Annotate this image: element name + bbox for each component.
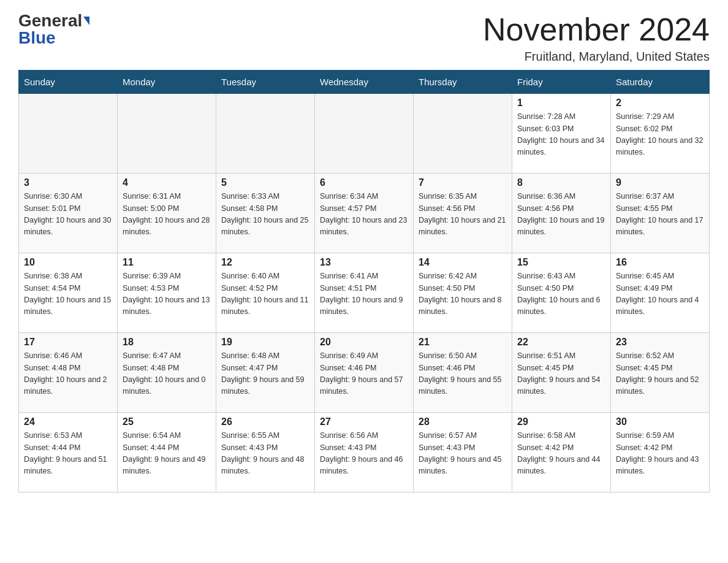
- day-info: Sunrise: 6:33 AMSunset: 4:58 PMDaylight:…: [221, 191, 309, 239]
- day-number: 11: [123, 257, 211, 268]
- calendar-cell: 10Sunrise: 6:38 AMSunset: 4:54 PMDayligh…: [19, 253, 118, 333]
- day-number: 6: [320, 177, 408, 188]
- day-number: 8: [517, 177, 605, 188]
- calendar-cell: 26Sunrise: 6:55 AMSunset: 4:43 PMDayligh…: [216, 413, 315, 492]
- day-info: Sunrise: 6:55 AMSunset: 4:43 PMDaylight:…: [221, 430, 309, 478]
- calendar-cell: 17Sunrise: 6:46 AMSunset: 4:48 PMDayligh…: [19, 333, 118, 413]
- calendar-cell: 29Sunrise: 6:58 AMSunset: 4:42 PMDayligh…: [512, 413, 611, 492]
- calendar-header-tuesday: Tuesday: [216, 71, 315, 94]
- day-info: Sunrise: 6:36 AMSunset: 4:56 PMDaylight:…: [517, 191, 605, 239]
- calendar-cell: [118, 94, 216, 174]
- day-info: Sunrise: 6:51 AMSunset: 4:45 PMDaylight:…: [517, 350, 605, 398]
- day-info: Sunrise: 6:35 AMSunset: 4:56 PMDaylight:…: [419, 191, 507, 239]
- calendar-header-thursday: Thursday: [414, 71, 512, 94]
- calendar-cell: 28Sunrise: 6:57 AMSunset: 4:43 PMDayligh…: [414, 413, 512, 492]
- month-title: November 2024: [483, 12, 710, 47]
- calendar-cell: 7Sunrise: 6:35 AMSunset: 4:56 PMDaylight…: [414, 174, 512, 253]
- day-number: 23: [616, 337, 704, 348]
- calendar-header-saturday: Saturday: [611, 71, 710, 94]
- day-number: 5: [221, 177, 309, 188]
- day-info: Sunrise: 6:58 AMSunset: 4:42 PMDaylight:…: [517, 430, 605, 478]
- logo: General Blue: [18, 12, 89, 47]
- day-info: Sunrise: 6:47 AMSunset: 4:48 PMDaylight:…: [123, 350, 211, 398]
- calendar-cell: [315, 94, 414, 174]
- calendar-week-row: 10Sunrise: 6:38 AMSunset: 4:54 PMDayligh…: [19, 253, 710, 333]
- calendar-cell: 6Sunrise: 6:34 AMSunset: 4:57 PMDaylight…: [315, 174, 414, 253]
- day-info: Sunrise: 6:37 AMSunset: 4:55 PMDaylight:…: [616, 191, 704, 239]
- logo-general-text: General: [18, 12, 82, 29]
- day-number: 7: [419, 177, 507, 188]
- day-info: Sunrise: 6:56 AMSunset: 4:43 PMDaylight:…: [320, 430, 408, 478]
- calendar-cell: 4Sunrise: 6:31 AMSunset: 5:00 PMDaylight…: [118, 174, 216, 253]
- day-number: 16: [616, 257, 704, 268]
- day-number: 14: [419, 257, 507, 268]
- calendar-cell: [19, 94, 118, 174]
- day-info: Sunrise: 6:40 AMSunset: 4:52 PMDaylight:…: [221, 270, 309, 318]
- calendar-cell: 22Sunrise: 6:51 AMSunset: 4:45 PMDayligh…: [512, 333, 611, 413]
- calendar-cell: 20Sunrise: 6:49 AMSunset: 4:46 PMDayligh…: [315, 333, 414, 413]
- day-number: 9: [616, 177, 704, 188]
- calendar-cell: 19Sunrise: 6:48 AMSunset: 4:47 PMDayligh…: [216, 333, 315, 413]
- day-info: Sunrise: 6:31 AMSunset: 5:00 PMDaylight:…: [123, 191, 211, 239]
- day-info: Sunrise: 7:28 AMSunset: 6:03 PMDaylight:…: [517, 111, 605, 159]
- day-number: 18: [123, 337, 211, 348]
- page-header: General Blue November 2024 Fruitland, Ma…: [18, 12, 710, 64]
- calendar-cell: [216, 94, 315, 174]
- calendar-cell: 24Sunrise: 6:53 AMSunset: 4:44 PMDayligh…: [19, 413, 118, 492]
- calendar-table: SundayMondayTuesdayWednesdayThursdayFrid…: [18, 70, 710, 492]
- calendar-week-row: 1Sunrise: 7:28 AMSunset: 6:03 PMDaylight…: [19, 94, 710, 174]
- calendar-cell: 9Sunrise: 6:37 AMSunset: 4:55 PMDaylight…: [611, 174, 710, 253]
- calendar-cell: 16Sunrise: 6:45 AMSunset: 4:49 PMDayligh…: [611, 253, 710, 333]
- day-info: Sunrise: 7:29 AMSunset: 6:02 PMDaylight:…: [616, 111, 704, 159]
- day-info: Sunrise: 6:46 AMSunset: 4:48 PMDaylight:…: [24, 350, 112, 398]
- calendar-header-sunday: Sunday: [19, 71, 118, 94]
- calendar-cell: 11Sunrise: 6:39 AMSunset: 4:53 PMDayligh…: [118, 253, 216, 333]
- calendar-cell: 13Sunrise: 6:41 AMSunset: 4:51 PMDayligh…: [315, 253, 414, 333]
- calendar-cell: 8Sunrise: 6:36 AMSunset: 4:56 PMDaylight…: [512, 174, 611, 253]
- calendar-header-monday: Monday: [118, 71, 216, 94]
- day-info: Sunrise: 6:42 AMSunset: 4:50 PMDaylight:…: [419, 270, 507, 318]
- day-number: 10: [24, 257, 112, 268]
- day-number: 29: [517, 416, 605, 427]
- day-info: Sunrise: 6:43 AMSunset: 4:50 PMDaylight:…: [517, 270, 605, 318]
- calendar-cell: 3Sunrise: 6:30 AMSunset: 5:01 PMDaylight…: [19, 174, 118, 253]
- day-info: Sunrise: 6:34 AMSunset: 4:57 PMDaylight:…: [320, 191, 408, 239]
- calendar-header-friday: Friday: [512, 71, 611, 94]
- calendar-cell: 23Sunrise: 6:52 AMSunset: 4:45 PMDayligh…: [611, 333, 710, 413]
- calendar-cell: 1Sunrise: 7:28 AMSunset: 6:03 PMDaylight…: [512, 94, 611, 174]
- calendar-week-row: 17Sunrise: 6:46 AMSunset: 4:48 PMDayligh…: [19, 333, 710, 413]
- day-number: 12: [221, 257, 309, 268]
- calendar-week-row: 24Sunrise: 6:53 AMSunset: 4:44 PMDayligh…: [19, 413, 710, 492]
- logo-triangle-icon: [83, 17, 89, 25]
- calendar-cell: 15Sunrise: 6:43 AMSunset: 4:50 PMDayligh…: [512, 253, 611, 333]
- day-number: 22: [517, 337, 605, 348]
- calendar-cell: 5Sunrise: 6:33 AMSunset: 4:58 PMDaylight…: [216, 174, 315, 253]
- day-info: Sunrise: 6:48 AMSunset: 4:47 PMDaylight:…: [221, 350, 309, 398]
- calendar-cell: 18Sunrise: 6:47 AMSunset: 4:48 PMDayligh…: [118, 333, 216, 413]
- day-info: Sunrise: 6:38 AMSunset: 4:54 PMDaylight:…: [24, 270, 112, 318]
- day-info: Sunrise: 6:49 AMSunset: 4:46 PMDaylight:…: [320, 350, 408, 398]
- day-info: Sunrise: 6:30 AMSunset: 5:01 PMDaylight:…: [24, 191, 112, 239]
- day-number: 24: [24, 416, 112, 427]
- calendar-cell: 12Sunrise: 6:40 AMSunset: 4:52 PMDayligh…: [216, 253, 315, 333]
- title-section: November 2024 Fruitland, Maryland, Unite…: [483, 12, 710, 64]
- day-info: Sunrise: 6:53 AMSunset: 4:44 PMDaylight:…: [24, 430, 112, 478]
- calendar-header-row: SundayMondayTuesdayWednesdayThursdayFrid…: [19, 71, 710, 94]
- day-number: 21: [419, 337, 507, 348]
- day-number: 20: [320, 337, 408, 348]
- day-info: Sunrise: 6:52 AMSunset: 4:45 PMDaylight:…: [616, 350, 704, 398]
- calendar-cell: 14Sunrise: 6:42 AMSunset: 4:50 PMDayligh…: [414, 253, 512, 333]
- day-info: Sunrise: 6:59 AMSunset: 4:42 PMDaylight:…: [616, 430, 704, 478]
- calendar-cell: [414, 94, 512, 174]
- calendar-cell: 30Sunrise: 6:59 AMSunset: 4:42 PMDayligh…: [611, 413, 710, 492]
- calendar-cell: 21Sunrise: 6:50 AMSunset: 4:46 PMDayligh…: [414, 333, 512, 413]
- day-info: Sunrise: 6:50 AMSunset: 4:46 PMDaylight:…: [419, 350, 507, 398]
- day-number: 15: [517, 257, 605, 268]
- day-number: 19: [221, 337, 309, 348]
- calendar-header-wednesday: Wednesday: [315, 71, 414, 94]
- day-number: 13: [320, 257, 408, 268]
- location-text: Fruitland, Maryland, United States: [483, 50, 710, 64]
- calendar-cell: 2Sunrise: 7:29 AMSunset: 6:02 PMDaylight…: [611, 94, 710, 174]
- day-info: Sunrise: 6:54 AMSunset: 4:44 PMDaylight:…: [123, 430, 211, 478]
- day-number: 30: [616, 416, 704, 427]
